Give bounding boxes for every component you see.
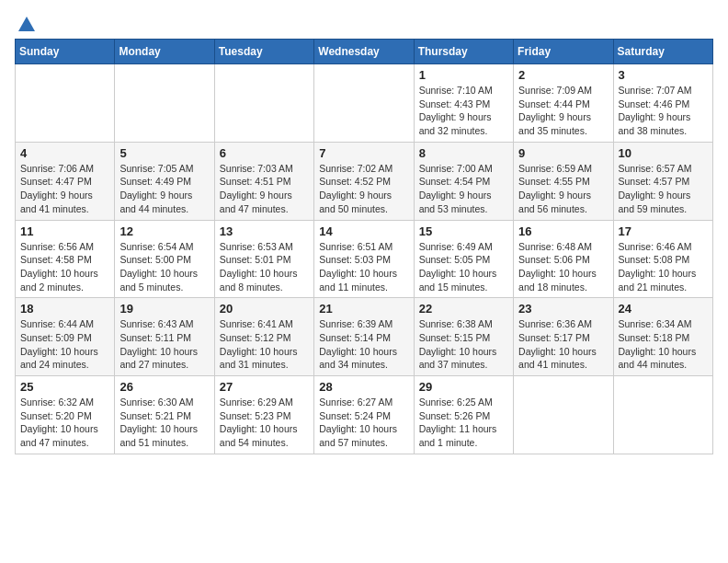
day-info: Sunrise: 7:02 AM Sunset: 4:52 PM Dayligh… bbox=[319, 162, 408, 216]
day-info: Sunrise: 6:59 AM Sunset: 4:55 PM Dayligh… bbox=[518, 162, 608, 216]
day-number: 4 bbox=[20, 146, 109, 160]
calendar-cell: 7Sunrise: 7:02 AM Sunset: 4:52 PM Daylig… bbox=[314, 142, 414, 220]
day-info: Sunrise: 6:25 AM Sunset: 5:26 PM Dayligh… bbox=[419, 396, 508, 450]
calendar-cell: 24Sunrise: 6:34 AM Sunset: 5:18 PM Dayli… bbox=[613, 298, 712, 376]
day-number: 22 bbox=[419, 302, 508, 316]
calendar-cell bbox=[214, 64, 313, 143]
calendar-cell: 3Sunrise: 7:07 AM Sunset: 4:46 PM Daylig… bbox=[613, 64, 712, 143]
day-info: Sunrise: 6:57 AM Sunset: 4:57 PM Dayligh… bbox=[619, 162, 708, 216]
day-info: Sunrise: 7:05 AM Sunset: 4:49 PM Dayligh… bbox=[119, 162, 209, 216]
day-info: Sunrise: 6:41 AM Sunset: 5:12 PM Dayligh… bbox=[220, 317, 309, 372]
day-number: 10 bbox=[619, 146, 708, 160]
day-info: Sunrise: 6:56 AM Sunset: 4:58 PM Dayligh… bbox=[20, 240, 109, 294]
day-info: Sunrise: 7:03 AM Sunset: 4:51 PM Dayligh… bbox=[220, 162, 309, 216]
day-info: Sunrise: 6:36 AM Sunset: 5:17 PM Dayligh… bbox=[518, 317, 608, 372]
day-of-week-header: Sunday bbox=[16, 40, 115, 64]
day-number: 18 bbox=[20, 302, 109, 316]
calendar-table: SundayMondayTuesdayWednesdayThursdayFrid… bbox=[15, 39, 713, 454]
calendar-cell: 2Sunrise: 7:09 AM Sunset: 4:44 PM Daylig… bbox=[514, 64, 613, 143]
day-number: 5 bbox=[119, 146, 209, 160]
day-number: 25 bbox=[20, 380, 109, 394]
calendar-cell bbox=[314, 64, 414, 143]
day-info: Sunrise: 6:32 AM Sunset: 5:20 PM Dayligh… bbox=[20, 396, 109, 450]
day-number: 23 bbox=[518, 302, 608, 316]
day-info: Sunrise: 6:39 AM Sunset: 5:14 PM Dayligh… bbox=[319, 317, 408, 372]
day-info: Sunrise: 6:27 AM Sunset: 5:24 PM Dayligh… bbox=[319, 396, 408, 450]
calendar-cell: 10Sunrise: 6:57 AM Sunset: 4:57 PM Dayli… bbox=[613, 142, 712, 220]
calendar-cell: 13Sunrise: 6:53 AM Sunset: 5:01 PM Dayli… bbox=[214, 220, 313, 298]
calendar-cell bbox=[16, 64, 115, 143]
day-number: 16 bbox=[518, 224, 608, 238]
day-info: Sunrise: 6:53 AM Sunset: 5:01 PM Dayligh… bbox=[220, 240, 309, 294]
day-of-week-header: Tuesday bbox=[214, 40, 313, 64]
day-number: 28 bbox=[319, 380, 408, 394]
calendar-cell: 1Sunrise: 7:10 AM Sunset: 4:43 PM Daylig… bbox=[414, 64, 513, 143]
calendar-cell: 11Sunrise: 6:56 AM Sunset: 4:58 PM Dayli… bbox=[16, 220, 115, 298]
calendar-cell: 23Sunrise: 6:36 AM Sunset: 5:17 PM Dayli… bbox=[514, 298, 613, 376]
day-number: 15 bbox=[419, 224, 508, 238]
day-info: Sunrise: 6:48 AM Sunset: 5:06 PM Dayligh… bbox=[518, 240, 608, 294]
calendar-cell: 16Sunrise: 6:48 AM Sunset: 5:06 PM Dayli… bbox=[514, 220, 613, 298]
day-info: Sunrise: 6:49 AM Sunset: 5:05 PM Dayligh… bbox=[419, 240, 508, 294]
day-number: 13 bbox=[220, 224, 309, 238]
calendar-cell: 28Sunrise: 6:27 AM Sunset: 5:24 PM Dayli… bbox=[314, 376, 414, 454]
calendar-cell: 12Sunrise: 6:54 AM Sunset: 5:00 PM Dayli… bbox=[115, 220, 214, 298]
calendar-cell: 14Sunrise: 6:51 AM Sunset: 5:03 PM Dayli… bbox=[314, 220, 414, 298]
day-number: 20 bbox=[220, 302, 309, 316]
day-info: Sunrise: 6:46 AM Sunset: 5:08 PM Dayligh… bbox=[619, 240, 708, 294]
calendar-header-row: SundayMondayTuesdayWednesdayThursdayFrid… bbox=[16, 40, 713, 64]
calendar-cell bbox=[514, 376, 613, 454]
day-info: Sunrise: 6:29 AM Sunset: 5:23 PM Dayligh… bbox=[220, 396, 309, 450]
calendar-cell: 26Sunrise: 6:30 AM Sunset: 5:21 PM Dayli… bbox=[115, 376, 214, 454]
calendar-cell: 17Sunrise: 6:46 AM Sunset: 5:08 PM Dayli… bbox=[613, 220, 712, 298]
day-of-week-header: Friday bbox=[514, 40, 613, 64]
day-number: 2 bbox=[518, 68, 608, 82]
day-number: 26 bbox=[119, 380, 209, 394]
day-of-week-header: Monday bbox=[115, 40, 214, 64]
day-info: Sunrise: 6:51 AM Sunset: 5:03 PM Dayligh… bbox=[319, 240, 408, 294]
day-number: 1 bbox=[419, 68, 508, 82]
day-info: Sunrise: 7:06 AM Sunset: 4:47 PM Dayligh… bbox=[20, 162, 109, 216]
day-number: 19 bbox=[119, 302, 209, 316]
calendar-cell: 19Sunrise: 6:43 AM Sunset: 5:11 PM Dayli… bbox=[115, 298, 214, 376]
calendar-cell: 8Sunrise: 7:00 AM Sunset: 4:54 PM Daylig… bbox=[414, 142, 513, 220]
calendar-cell: 21Sunrise: 6:39 AM Sunset: 5:14 PM Dayli… bbox=[314, 298, 414, 376]
day-info: Sunrise: 7:09 AM Sunset: 4:44 PM Dayligh… bbox=[518, 84, 608, 138]
logo-icon bbox=[17, 15, 37, 35]
day-number: 11 bbox=[20, 224, 109, 238]
day-number: 14 bbox=[319, 224, 408, 238]
svg-marker-0 bbox=[18, 17, 35, 31]
day-number: 29 bbox=[419, 380, 508, 394]
calendar-cell: 29Sunrise: 6:25 AM Sunset: 5:26 PM Dayli… bbox=[414, 376, 513, 454]
calendar-week-row: 11Sunrise: 6:56 AM Sunset: 4:58 PM Dayli… bbox=[16, 220, 713, 298]
calendar-cell: 22Sunrise: 6:38 AM Sunset: 5:15 PM Dayli… bbox=[414, 298, 513, 376]
day-info: Sunrise: 6:34 AM Sunset: 5:18 PM Dayligh… bbox=[619, 317, 708, 372]
day-number: 24 bbox=[619, 302, 708, 316]
calendar-week-row: 18Sunrise: 6:44 AM Sunset: 5:09 PM Dayli… bbox=[16, 298, 713, 376]
day-info: Sunrise: 6:54 AM Sunset: 5:00 PM Dayligh… bbox=[119, 240, 209, 294]
calendar-cell bbox=[613, 376, 712, 454]
calendar-week-row: 1Sunrise: 7:10 AM Sunset: 4:43 PM Daylig… bbox=[16, 64, 713, 143]
day-number: 9 bbox=[518, 146, 608, 160]
day-number: 6 bbox=[220, 146, 309, 160]
day-number: 7 bbox=[319, 146, 408, 160]
calendar-cell: 9Sunrise: 6:59 AM Sunset: 4:55 PM Daylig… bbox=[514, 142, 613, 220]
day-info: Sunrise: 6:44 AM Sunset: 5:09 PM Dayligh… bbox=[20, 317, 109, 372]
calendar-cell: 4Sunrise: 7:06 AM Sunset: 4:47 PM Daylig… bbox=[16, 142, 115, 220]
day-number: 8 bbox=[419, 146, 508, 160]
calendar-cell: 25Sunrise: 6:32 AM Sunset: 5:20 PM Dayli… bbox=[16, 376, 115, 454]
day-info: Sunrise: 6:43 AM Sunset: 5:11 PM Dayligh… bbox=[119, 317, 209, 372]
day-info: Sunrise: 7:10 AM Sunset: 4:43 PM Dayligh… bbox=[419, 84, 508, 138]
calendar-week-row: 25Sunrise: 6:32 AM Sunset: 5:20 PM Dayli… bbox=[16, 376, 713, 454]
calendar-cell: 20Sunrise: 6:41 AM Sunset: 5:12 PM Dayli… bbox=[214, 298, 313, 376]
calendar-cell: 15Sunrise: 6:49 AM Sunset: 5:05 PM Dayli… bbox=[414, 220, 513, 298]
calendar-cell: 18Sunrise: 6:44 AM Sunset: 5:09 PM Dayli… bbox=[16, 298, 115, 376]
day-of-week-header: Saturday bbox=[613, 40, 712, 64]
logo bbox=[15, 15, 37, 31]
day-of-week-header: Wednesday bbox=[314, 40, 414, 64]
calendar-cell bbox=[115, 64, 214, 143]
calendar-cell: 5Sunrise: 7:05 AM Sunset: 4:49 PM Daylig… bbox=[115, 142, 214, 220]
day-number: 21 bbox=[319, 302, 408, 316]
day-number: 27 bbox=[220, 380, 309, 394]
calendar-cell: 6Sunrise: 7:03 AM Sunset: 4:51 PM Daylig… bbox=[214, 142, 313, 220]
